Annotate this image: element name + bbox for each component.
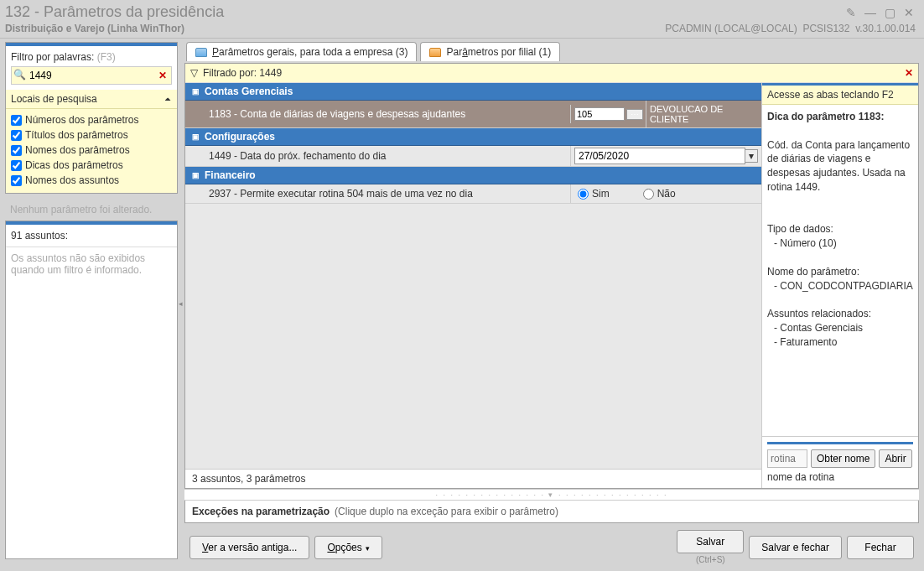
group-header-contas[interactable]: ▣Contas Gerenciais xyxy=(185,83,761,101)
param-1183-extra: DEVOLUCAO DE CLIENTE xyxy=(646,101,761,127)
filter-input[interactable] xyxy=(29,70,155,81)
assuntos-empty-msg: Os assuntos não são exibidos quando um f… xyxy=(6,247,177,558)
side-info: Acesse as abas teclando F2 Dica do parâm… xyxy=(762,83,918,488)
excecoes-hint: (Clique duplo na exceção para exibir o p… xyxy=(335,506,558,517)
obter-nome-button[interactable]: Obter nome xyxy=(811,449,875,468)
locais-check-1[interactable]: Títulos dos parâmetros xyxy=(11,127,172,143)
left-sidebar: Filtro por palavras: (F3) 🔍 ✕ Locais de … xyxy=(0,39,178,568)
filter-label: Filtro por palavras: (F3) xyxy=(6,46,177,66)
locais-check-0[interactable]: Números dos parâmetros xyxy=(11,112,172,127)
funnel-icon: ▽ xyxy=(190,67,198,79)
salvar-fechar-button[interactable]: Salvar e fechar xyxy=(749,536,842,559)
opcoes-button[interactable]: Opções▾ xyxy=(314,536,382,559)
folder-icon xyxy=(429,48,441,57)
versao-antiga-button[interactable]: Ver a versão antiga... xyxy=(189,536,309,559)
tabs-bar: Parâmetros gerais, para toda a empresa (… xyxy=(184,42,919,63)
assuntos-title: 91 assuntos: xyxy=(6,225,177,247)
grid-area: ▣Contas Gerenciais 1183 - Conta de diári… xyxy=(185,83,762,488)
param-row-2937[interactable]: 2937 - Permite executar rotina 504 mais … xyxy=(185,184,761,204)
window-controls: ✎ — ▢ ✕ xyxy=(844,6,916,19)
window-subtitle: Distribuição e Varejo (Linha WinThor) xyxy=(5,23,184,34)
param-2937-sim[interactable]: Sim xyxy=(578,188,610,200)
grid-status: 3 assuntos, 3 parâmetros xyxy=(185,469,761,488)
grid-empty-area xyxy=(185,204,761,469)
rotina-input[interactable] xyxy=(767,449,807,468)
search-icon: 🔍 xyxy=(13,69,26,82)
vertical-splitter[interactable] xyxy=(178,39,184,568)
filter-bar-label: Filtrado por: 1449 xyxy=(203,67,282,79)
grid-filter-bar: ▽ Filtrado por: 1449 ✕ xyxy=(185,64,918,83)
param-2937-nao[interactable]: Não xyxy=(643,188,676,200)
parameter-grid[interactable]: ▣Contas Gerenciais 1183 - Conta de diári… xyxy=(185,83,761,204)
folder-icon xyxy=(195,48,207,57)
group-header-financeiro[interactable]: ▣Financeiro xyxy=(185,167,761,184)
side-tipo-hdr: Tipo de dados: xyxy=(767,223,833,235)
group-header-config[interactable]: ▣Configurações xyxy=(185,128,761,146)
content-frame: ▽ Filtrado por: 1449 ✕ ▣Contas Gerenciai… xyxy=(184,63,919,489)
excecoes-panel: Exceções na parametrização (Clique duplo… xyxy=(184,501,919,523)
collapse-icon: ▣ xyxy=(192,132,200,141)
clear-filter-icon[interactable]: ✕ xyxy=(155,70,170,81)
locais-body: Números dos parâmetros Títulos dos parâm… xyxy=(6,109,177,193)
rotina-name-label: nome da rotina xyxy=(767,471,913,483)
filter-panel: Filtro por palavras: (F3) 🔍 ✕ Locais de … xyxy=(5,42,178,194)
param-1183-value[interactable] xyxy=(574,107,625,121)
window-meta: PCADMIN (LOCAL@LOCAL) PCSIS132 v.30.1.00… xyxy=(665,23,916,34)
locais-check-4[interactable]: Nomes dos assuntos xyxy=(11,173,172,188)
window-header: 132 - Parâmetros da presidência ✎ — ▢ ✕ … xyxy=(0,0,924,39)
window-title: 132 - Parâmetros da presidência xyxy=(5,3,224,21)
close-icon[interactable]: ✕ xyxy=(902,6,916,19)
tab-general[interactable]: Parâmetros gerais, para toda a empresa (… xyxy=(186,42,417,61)
side-title: Dica do parâmetro 1183: xyxy=(767,111,884,122)
locais-check-3[interactable]: Dicas dos parâmetros xyxy=(11,158,172,173)
collapse-icon[interactable]: ⏶ xyxy=(164,95,172,103)
abrir-button[interactable]: Abrir xyxy=(879,449,911,468)
side-nome-hdr: Nome do parâmetro: xyxy=(767,266,859,278)
locais-title: Locais de pesquisa xyxy=(11,93,97,105)
footer: Ver a versão antiga... Opções▾ Salvar (C… xyxy=(184,523,919,564)
assuntos-panel: 91 assuntos: Os assuntos não são exibido… xyxy=(5,221,178,559)
tab-filial[interactable]: Parâmetros por filial (1) xyxy=(420,42,560,61)
side-ass-hdr: Assuntos relacionados: xyxy=(767,308,871,319)
maximize-icon[interactable]: ▢ xyxy=(883,6,897,19)
salvar-shortcut: (Ctrl+S) xyxy=(696,555,725,564)
excecoes-title: Exceções na parametrização xyxy=(192,506,330,517)
collapse-icon: ▣ xyxy=(192,171,200,179)
horizontal-splitter[interactable]: · · · · · · · · · · · · · · · ▾ · · · · … xyxy=(184,489,919,501)
right-content: Parâmetros gerais, para toda a empresa (… xyxy=(184,39,924,568)
param-row-1449[interactable]: 1449 - Data do próx. fechamento do dia ▾ xyxy=(185,146,761,167)
edit-icon[interactable]: ✎ xyxy=(844,6,858,19)
chevron-down-icon: ▾ xyxy=(366,544,370,553)
side-description: Cód. da Conta para lançamento de diárias… xyxy=(767,139,910,193)
side-hint: Acesse as abas teclando F2 xyxy=(762,86,918,105)
param-1449-date[interactable] xyxy=(574,148,745,164)
clear-grid-filter-icon[interactable]: ✕ xyxy=(905,67,913,79)
lookup-button[interactable]: ⋯ xyxy=(626,109,643,120)
param-row-1183[interactable]: 1183 - Conta de diárias de viagens e des… xyxy=(185,101,761,128)
fechar-button[interactable]: Fechar xyxy=(847,536,914,559)
collapse-icon: ▣ xyxy=(192,87,200,96)
status-left: Nenhum parâmetro foi alterado. xyxy=(5,199,178,221)
minimize-icon[interactable]: — xyxy=(863,6,878,19)
date-dropdown-icon[interactable]: ▾ xyxy=(745,149,758,163)
locais-check-2[interactable]: Nomes dos parâmetros xyxy=(11,143,172,158)
salvar-button[interactable]: Salvar xyxy=(677,530,744,553)
